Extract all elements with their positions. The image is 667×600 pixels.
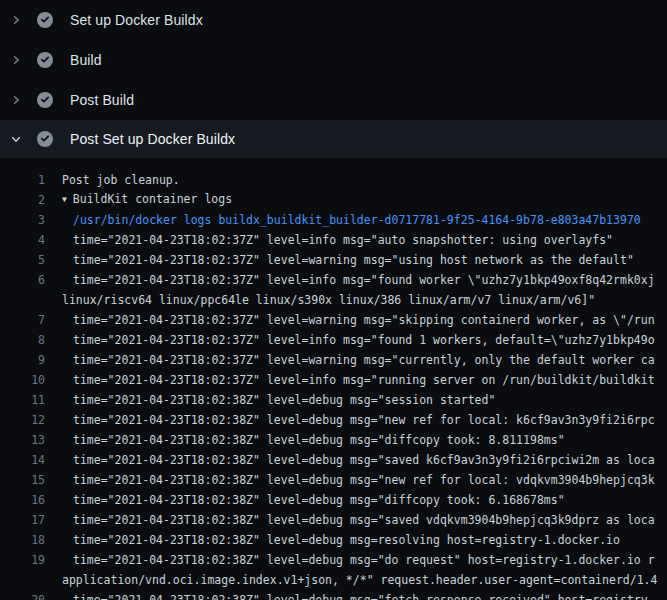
line-number[interactable]: 11 [0,390,45,410]
log-line: 7 time="2021-04-23T18:02:37Z" level=warn… [0,310,667,330]
log-line-text: time="2021-04-23T18:02:38Z" level=debug … [62,430,667,450]
line-number[interactable]: 10 [0,370,45,390]
step-header-post-build[interactable]: Post Build [0,80,667,120]
log-line: 6 time="2021-04-23T18:02:37Z" level=info… [0,270,667,290]
step-header-set-up-docker-buildx[interactable]: Set up Docker Buildx [0,0,667,40]
log-line-text: time="2021-04-23T18:02:38Z" level=debug … [62,510,667,530]
line-number[interactable]: 1 [0,170,45,190]
log-line: 11 time="2021-04-23T18:02:38Z" level=deb… [0,390,667,410]
log-line: application/vnd.oci.image.index.v1+json,… [0,570,667,590]
step-label: Set up Docker Buildx [70,12,203,28]
log-line-text: time="2021-04-23T18:02:38Z" level=debug … [62,590,667,600]
log-line-text: time="2021-04-23T18:02:37Z" level=warnin… [62,250,667,270]
log-line-text: /usr/bin/docker logs buildx_buildkit_bui… [62,210,667,230]
log-line: 9 time="2021-04-23T18:02:37Z" level=warn… [0,350,667,370]
line-number[interactable]: 13 [0,430,45,450]
check-circle-icon [37,92,53,108]
actions-log-viewer: Set up Docker Buildx Build Post Build [0,0,667,600]
log-line: 19 time="2021-04-23T18:02:38Z" level=deb… [0,550,667,570]
log-line-text: time="2021-04-23T18:02:37Z" level=info m… [62,270,667,290]
log-line-text: time="2021-04-23T18:02:38Z" level=debug … [62,550,667,570]
line-number[interactable]: 3 [0,210,45,230]
line-number[interactable]: 5 [0,250,45,270]
step-header-build[interactable]: Build [0,40,667,80]
line-number[interactable]: 16 [0,490,45,510]
log-line-text: time="2021-04-23T18:02:37Z" level=warnin… [62,310,667,330]
log-line: 4 time="2021-04-23T18:02:37Z" level=info… [0,230,667,250]
log-output: 1 Post job cleanup. 2 ▼BuildKit containe… [0,158,667,600]
check-circle-icon [37,12,53,28]
line-number[interactable]: 20 [0,590,45,600]
log-line-text: application/vnd.oci.image.index.v1+json,… [62,570,667,590]
line-number[interactable]: 6 [0,270,45,290]
check-circle-icon [37,131,53,147]
line-number[interactable]: 15 [0,470,45,490]
line-number[interactable]: 17 [0,510,45,530]
line-number[interactable]: 2 [0,190,45,210]
chevron-down-icon[interactable] [8,131,24,147]
step-header-post-set-up-docker-buildx[interactable]: Post Set up Docker Buildx [0,120,667,158]
log-line-text: Post job cleanup. [62,170,667,190]
log-line: linux/riscv64 linux/ppc64le linux/s390x … [0,290,667,310]
chevron-right-icon[interactable] [8,52,24,68]
line-number[interactable]: 14 [0,450,45,470]
log-line-text: time="2021-04-23T18:02:37Z" level=info m… [62,330,667,350]
step-list: Set up Docker Buildx Build Post Build [0,0,667,158]
log-line-text: time="2021-04-23T18:02:38Z" level=debug … [62,450,667,470]
log-line-text: time="2021-04-23T18:02:38Z" level=debug … [62,410,667,430]
log-line-text: time="2021-04-23T18:02:38Z" level=debug … [62,530,667,550]
chevron-right-icon[interactable] [8,12,24,28]
line-number[interactable]: 12 [0,410,45,430]
line-number[interactable]: 8 [0,330,45,350]
line-number[interactable]: 9 [0,350,45,370]
log-line: 10 time="2021-04-23T18:02:37Z" level=inf… [0,370,667,390]
log-line-text: time="2021-04-23T18:02:38Z" level=debug … [62,390,667,410]
step-label: Post Build [70,92,134,108]
log-line-text: time="2021-04-23T18:02:37Z" level=warnin… [62,350,667,370]
log-line-text: time="2021-04-23T18:02:37Z" level=info m… [62,370,667,390]
step-label: Post Set up Docker Buildx [70,131,235,147]
log-line: 3 /usr/bin/docker logs buildx_buildkit_b… [0,210,667,230]
log-line: 5 time="2021-04-23T18:02:37Z" level=warn… [0,250,667,270]
log-line: 20 time="2021-04-23T18:02:38Z" level=deb… [0,590,667,600]
log-line: 15 time="2021-04-23T18:02:38Z" level=deb… [0,470,667,490]
log-line-text: time="2021-04-23T18:02:37Z" level=info m… [62,230,667,250]
step-label: Build [70,52,102,68]
log-line: 2 ▼BuildKit container logs [0,190,667,210]
line-number[interactable]: 18 [0,530,45,550]
log-line: 8 time="2021-04-23T18:02:37Z" level=info… [0,330,667,350]
log-line: 18 time="2021-04-23T18:02:38Z" level=deb… [0,530,667,550]
log-line: 17 time="2021-04-23T18:02:38Z" level=deb… [0,510,667,530]
group-label[interactable]: BuildKit container logs [73,192,232,206]
line-number[interactable]: 19 [0,550,45,570]
log-line: 13 time="2021-04-23T18:02:38Z" level=deb… [0,430,667,450]
line-number[interactable]: 7 [0,310,45,330]
log-line: 16 time="2021-04-23T18:02:38Z" level=deb… [0,490,667,510]
log-line: 12 time="2021-04-23T18:02:38Z" level=deb… [0,410,667,430]
line-number[interactable]: 4 [0,230,45,250]
log-line-text: time="2021-04-23T18:02:38Z" level=debug … [62,470,667,490]
chevron-right-icon[interactable] [8,92,24,108]
log-line-text[interactable]: ▼BuildKit container logs [62,189,667,211]
log-line: 14 time="2021-04-23T18:02:38Z" level=deb… [0,450,667,470]
check-circle-icon [37,52,53,68]
log-line-text: linux/riscv64 linux/ppc64le linux/s390x … [62,290,667,310]
collapse-triangle-icon[interactable]: ▼ [62,190,67,210]
log-line: 1 Post job cleanup. [0,170,667,190]
log-line-text: time="2021-04-23T18:02:38Z" level=debug … [62,490,667,510]
